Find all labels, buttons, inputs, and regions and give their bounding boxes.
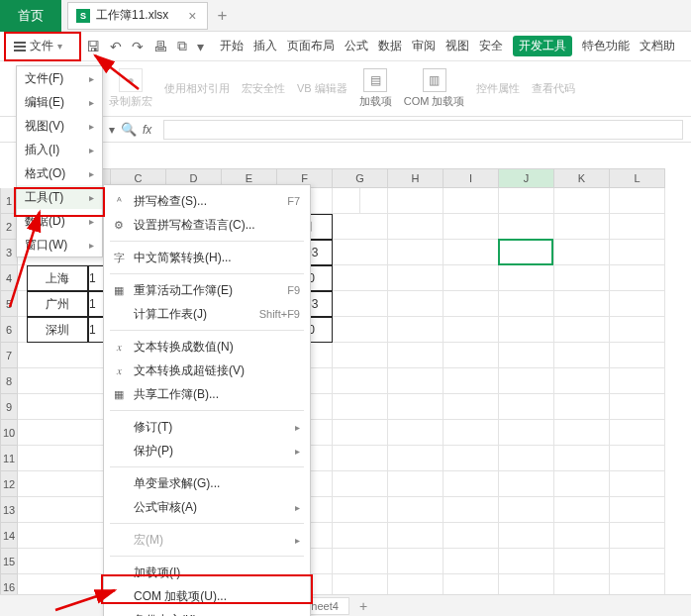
file-menu-item[interactable]: 文件(F)▸	[17, 66, 102, 90]
chevron-down-icon: ▾	[57, 41, 62, 51]
ribbon-tab[interactable]: 安全	[479, 38, 503, 54]
ribbon-tab[interactable]: 公式	[345, 38, 368, 54]
row-header[interactable]: 8	[0, 368, 18, 394]
menu-item-label: 拼写检查(S)...	[134, 193, 207, 210]
ribbon-group[interactable]: ▤加载项	[359, 68, 392, 109]
file-menu-item[interactable]: 数据(D)▸	[17, 209, 102, 233]
tool-menu-item[interactable]: COM 加载项(U)...	[104, 584, 310, 608]
menu-item-label: 窗口(W)	[25, 237, 67, 254]
save-icon[interactable]: 🖫	[86, 39, 100, 54]
file-menu-item[interactable]: 工具(T)▸	[17, 185, 102, 209]
file-menu-item[interactable]: 插入(I)▸	[17, 138, 102, 161]
menu-item-icon	[112, 420, 126, 434]
ribbon-tab[interactable]: 文档助	[640, 38, 675, 54]
tool-menu-item[interactable]: 计算工作表(J)Shift+F9	[104, 302, 310, 326]
data-cell[interactable]: 广州	[27, 291, 88, 317]
row-header[interactable]: 5	[0, 291, 18, 317]
column-header[interactable]: J	[499, 168, 554, 188]
ribbon-tab[interactable]: 插入	[253, 38, 277, 54]
close-tab-icon[interactable]: ×	[188, 8, 196, 24]
ribbon-tab[interactable]: 开始	[220, 38, 244, 54]
tool-menu-item[interactable]: 加载项(I)...	[104, 561, 310, 584]
row-header[interactable]: 4	[0, 265, 18, 291]
menu-separator	[110, 330, 304, 331]
workbook-filename: 工作簿11.xlsx	[96, 7, 168, 24]
active-cell[interactable]	[498, 239, 553, 265]
row-header[interactable]: 10	[0, 420, 18, 446]
tool-menu-item[interactable]: 修订(T)▸	[104, 415, 310, 439]
name-box-chevron[interactable]: ▾	[109, 123, 115, 137]
ribbon-tab[interactable]: 特色功能	[582, 38, 630, 54]
macro-icon: ●	[119, 68, 143, 92]
print-icon[interactable]: 🖶	[153, 39, 167, 54]
tool-menu-item[interactable]: 单变量求解(G)...	[104, 471, 310, 495]
preview-icon[interactable]: ⧉	[177, 38, 187, 54]
menu-item-label: 中文简繁转换(H)...	[134, 250, 232, 266]
tool-menu-item[interactable]: 备份中心(K)...	[104, 608, 310, 616]
ribbon-tab[interactable]: 页面布局	[287, 38, 335, 54]
file-menu-item[interactable]: 编辑(E)▸	[17, 90, 102, 114]
undo-icon[interactable]: ↶	[110, 39, 122, 54]
file-menu-item[interactable]: 格式(O)▸	[17, 161, 102, 185]
redo-icon[interactable]: ↷	[132, 39, 144, 54]
data-cell[interactable]: 深圳	[27, 317, 88, 343]
submenu-arrow-icon: ▸	[295, 422, 300, 433]
tool-menu-item[interactable]: ᴬ拼写检查(S)...F7	[104, 189, 310, 213]
tool-menu-item[interactable]: 𝑥文本转换成数值(N)	[104, 335, 310, 359]
chevron-down-icon[interactable]: ▾	[197, 39, 204, 54]
menu-item-label: 计算工作表(J)	[134, 306, 207, 323]
submenu-arrow-icon: ▸	[89, 192, 94, 203]
add-sheet-button[interactable]: +	[359, 598, 367, 614]
column-header[interactable]: I	[444, 168, 499, 188]
menu-separator	[110, 556, 304, 557]
menu-item-icon: 字	[112, 251, 126, 264]
hamburger-icon	[14, 42, 26, 51]
zoom-icon[interactable]: 🔍	[121, 122, 137, 137]
tool-menu-item[interactable]: 𝑥文本转换成超链接(V)	[104, 359, 310, 382]
workbook-tab[interactable]: S 工作簿11.xlsx ×	[67, 2, 208, 30]
row-header[interactable]: 15	[0, 549, 18, 574]
data-cell[interactable]: 上海	[27, 265, 88, 291]
menu-item-icon: ᴬ	[112, 194, 126, 208]
tool-menu-item[interactable]: ⚙设置拼写检查语言(C)...	[104, 213, 310, 237]
menu-item-icon: 𝑥	[112, 340, 126, 354]
tool-menu-item[interactable]: 公式审核(A)▸	[104, 495, 310, 519]
row-header[interactable]: 12	[0, 471, 18, 497]
tool-menu-item[interactable]: 字中文简繁转换(H)...	[104, 246, 310, 269]
column-header[interactable]: K	[554, 168, 610, 188]
row-header[interactable]: 13	[0, 497, 18, 523]
ribbon-label: 宏安全性	[242, 81, 285, 96]
formula-input[interactable]	[163, 120, 683, 140]
file-menu-button[interactable]: 文件 ▾	[8, 36, 68, 57]
menu-item-label: 备份中心(K)...	[134, 612, 207, 617]
menu-item-label: 保护(P)	[134, 443, 173, 460]
ribbon-tab[interactable]: 视图	[445, 38, 469, 54]
row-header[interactable]: 7	[0, 343, 18, 368]
file-menu-item[interactable]: 窗口(W)▸	[17, 233, 102, 257]
ribbon-tab-active[interactable]: 开发工具	[513, 36, 572, 56]
tool-menu-item[interactable]: ▦共享工作簿(B)...	[104, 382, 310, 406]
row-header[interactable]: 9	[0, 394, 18, 420]
menu-item-icon	[112, 444, 126, 458]
tool-menu-item[interactable]: 保护(P)▸	[104, 439, 310, 462]
menu-item-icon	[112, 533, 126, 547]
menu-item-label: 宏(M)	[134, 532, 163, 549]
row-header[interactable]: 6	[0, 317, 18, 343]
file-dropdown-menu: 文件(F)▸编辑(E)▸视图(V)▸插入(I)▸格式(O)▸工具(T)▸数据(D…	[16, 65, 103, 257]
column-header[interactable]: G	[333, 168, 388, 188]
new-tab-button[interactable]: +	[218, 6, 228, 26]
menu-item-label: 文本转换成超链接(V)	[134, 362, 245, 379]
tool-menu-item[interactable]: ▦重算活动工作簿(E)F9	[104, 278, 310, 302]
menu-item-icon	[112, 500, 126, 514]
column-header[interactable]: L	[610, 168, 665, 188]
row-header[interactable]: 11	[0, 446, 18, 471]
ribbon-group[interactable]: ▥COM 加载项	[404, 68, 465, 109]
row-header[interactable]: 14	[0, 523, 18, 549]
ribbon-tab[interactable]: 审阅	[412, 38, 436, 54]
home-tab[interactable]: 首页	[0, 0, 61, 32]
column-header[interactable]: H	[388, 168, 444, 188]
ribbon-label: 录制新宏	[109, 94, 152, 109]
menu-item-label: 单变量求解(G)...	[134, 475, 220, 492]
file-menu-item[interactable]: 视图(V)▸	[17, 114, 102, 138]
ribbon-tab[interactable]: 数据	[378, 38, 402, 54]
